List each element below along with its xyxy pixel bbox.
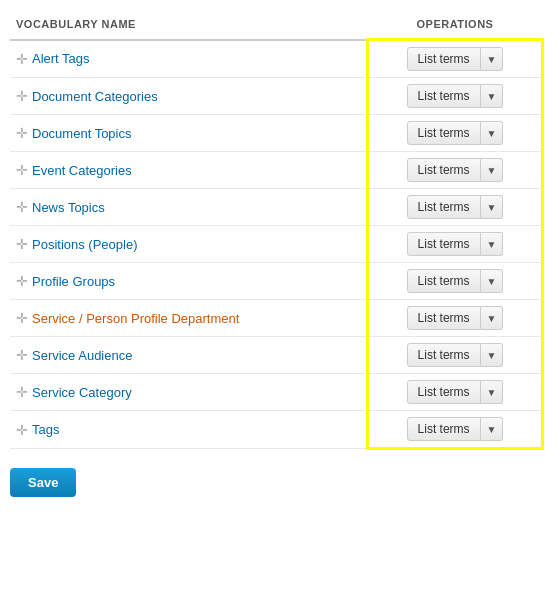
vocab-name-text: Positions (People) [32, 237, 138, 252]
vocab-name-cell: ✛Document Topics [10, 115, 368, 152]
button-group: List terms▼ [407, 343, 504, 367]
list-terms-button[interactable]: List terms [407, 306, 481, 330]
table-row: ✛Document TopicsList terms▼ [10, 115, 543, 152]
list-terms-button[interactable]: List terms [407, 195, 481, 219]
vocab-name-cell: ✛Event Categories [10, 152, 368, 189]
drag-handle-icon[interactable]: ✛ [16, 347, 28, 363]
ops-cell: List terms▼ [368, 411, 543, 449]
button-group: List terms▼ [407, 306, 504, 330]
dropdown-button[interactable]: ▼ [481, 47, 504, 71]
dropdown-button[interactable]: ▼ [481, 380, 504, 404]
dropdown-button[interactable]: ▼ [481, 158, 504, 182]
vocab-name-cell: ✛News Topics [10, 189, 368, 226]
vocab-name-cell: ✛Tags [10, 411, 368, 449]
vocab-name-cell: ✛Document Categories [10, 78, 368, 115]
dropdown-button[interactable]: ▼ [481, 306, 504, 330]
vocab-name-text: Document Topics [32, 126, 131, 141]
list-terms-button[interactable]: List terms [407, 47, 481, 71]
drag-handle-icon[interactable]: ✛ [16, 384, 28, 400]
table-row: ✛Positions (People)List terms▼ [10, 226, 543, 263]
button-group: List terms▼ [407, 269, 504, 293]
drag-handle-icon[interactable]: ✛ [16, 199, 28, 215]
list-terms-button[interactable]: List terms [407, 269, 481, 293]
button-group: List terms▼ [407, 380, 504, 404]
button-group: List terms▼ [407, 84, 504, 108]
drag-handle-icon[interactable]: ✛ [16, 125, 28, 141]
ops-cell: List terms▼ [368, 226, 543, 263]
table-row: ✛News TopicsList terms▼ [10, 189, 543, 226]
ops-cell: List terms▼ [368, 152, 543, 189]
table-row: ✛Service / Person Profile DepartmentList… [10, 300, 543, 337]
vocab-name-text: Event Categories [32, 163, 132, 178]
drag-handle-icon[interactable]: ✛ [16, 422, 28, 438]
dropdown-button[interactable]: ▼ [481, 417, 504, 441]
button-group: List terms▼ [407, 158, 504, 182]
ops-cell: List terms▼ [368, 263, 543, 300]
dropdown-button[interactable]: ▼ [481, 195, 504, 219]
drag-handle-icon[interactable]: ✛ [16, 236, 28, 252]
table-row: ✛Event CategoriesList terms▼ [10, 152, 543, 189]
vocab-name-text: Document Categories [32, 89, 158, 104]
vocabulary-table-container: VOCABULARY NAME OPERATIONS ✛Alert TagsLi… [0, 0, 554, 460]
drag-handle-icon[interactable]: ✛ [16, 51, 28, 67]
vocab-name-cell: ✛Service / Person Profile Department [10, 300, 368, 337]
ops-cell: List terms▼ [368, 189, 543, 226]
vocabulary-table: VOCABULARY NAME OPERATIONS ✛Alert TagsLi… [10, 10, 544, 450]
vocab-name-cell: ✛Service Category [10, 374, 368, 411]
table-row: ✛Document CategoriesList terms▼ [10, 78, 543, 115]
vocab-name-text: Service / Person Profile Department [32, 311, 239, 326]
drag-handle-icon[interactable]: ✛ [16, 162, 28, 178]
dropdown-button[interactable]: ▼ [481, 269, 504, 293]
vocab-name-text: Profile Groups [32, 274, 115, 289]
button-group: List terms▼ [407, 232, 504, 256]
vocab-name-cell: ✛Positions (People) [10, 226, 368, 263]
ops-cell: List terms▼ [368, 115, 543, 152]
vocab-name-text: Service Category [32, 385, 132, 400]
list-terms-button[interactable]: List terms [407, 417, 481, 441]
operations-header: OPERATIONS [368, 10, 543, 40]
table-row: ✛Alert TagsList terms▼ [10, 40, 543, 78]
vocab-name-text: Tags [32, 422, 59, 437]
ops-cell: List terms▼ [368, 40, 543, 78]
vocab-name-header: VOCABULARY NAME [10, 10, 368, 40]
vocab-name-cell: ✛Service Audience [10, 337, 368, 374]
button-group: List terms▼ [407, 195, 504, 219]
list-terms-button[interactable]: List terms [407, 343, 481, 367]
drag-handle-icon[interactable]: ✛ [16, 273, 28, 289]
list-terms-button[interactable]: List terms [407, 84, 481, 108]
vocab-name-cell: ✛Profile Groups [10, 263, 368, 300]
ops-cell: List terms▼ [368, 78, 543, 115]
dropdown-button[interactable]: ▼ [481, 232, 504, 256]
list-terms-button[interactable]: List terms [407, 158, 481, 182]
ops-cell: List terms▼ [368, 300, 543, 337]
ops-cell: List terms▼ [368, 374, 543, 411]
dropdown-button[interactable]: ▼ [481, 121, 504, 145]
button-group: List terms▼ [407, 47, 504, 71]
button-group: List terms▼ [407, 121, 504, 145]
vocab-name-cell: ✛Alert Tags [10, 40, 368, 78]
button-group: List terms▼ [407, 417, 504, 441]
table-row: ✛Profile GroupsList terms▼ [10, 263, 543, 300]
drag-handle-icon[interactable]: ✛ [16, 310, 28, 326]
table-row: ✛TagsList terms▼ [10, 411, 543, 449]
vocab-name-text: Alert Tags [32, 51, 90, 66]
list-terms-button[interactable]: List terms [407, 380, 481, 404]
dropdown-button[interactable]: ▼ [481, 84, 504, 108]
vocab-name-text: Service Audience [32, 348, 132, 363]
save-button[interactable]: Save [10, 468, 76, 497]
ops-cell: List terms▼ [368, 337, 543, 374]
table-row: ✛Service AudienceList terms▼ [10, 337, 543, 374]
list-terms-button[interactable]: List terms [407, 121, 481, 145]
table-row: ✛Service CategoryList terms▼ [10, 374, 543, 411]
drag-handle-icon[interactable]: ✛ [16, 88, 28, 104]
list-terms-button[interactable]: List terms [407, 232, 481, 256]
vocab-name-text: News Topics [32, 200, 105, 215]
dropdown-button[interactable]: ▼ [481, 343, 504, 367]
